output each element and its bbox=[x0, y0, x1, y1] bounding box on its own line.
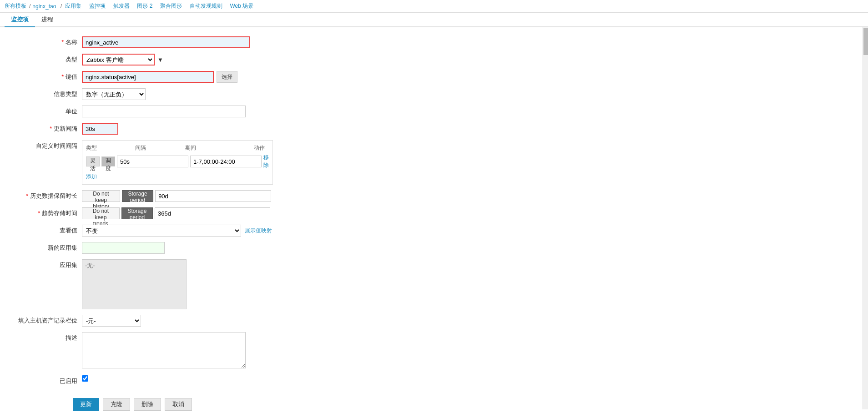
interval-value-input[interactable] bbox=[117, 156, 188, 167]
appset-label: 应用集 bbox=[9, 259, 82, 269]
info-type-control: 数字（无正负） bbox=[82, 88, 264, 100]
trends-row: 趋势存储时间 Do not keep trends Storage period bbox=[0, 207, 868, 219]
name-row: 名称 bbox=[0, 36, 868, 48]
update-button[interactable]: 更新 bbox=[73, 398, 99, 411]
type-dropdown-icon: ▼ bbox=[157, 56, 163, 63]
type-row: 类型 Zabbix 客户端 ▼ bbox=[0, 54, 868, 65]
col-type: 类型 bbox=[86, 144, 103, 152]
update-interval-row: 更新间隔 bbox=[0, 123, 868, 135]
main-form: 名称 类型 Zabbix 客户端 ▼ 键值 选择 信息类型 数字（无正负） bbox=[0, 27, 868, 413]
unit-control bbox=[82, 106, 264, 117]
btn-no-keep-history[interactable]: Do not keep history bbox=[82, 190, 120, 202]
lookup-select[interactable]: 不变 bbox=[82, 225, 241, 237]
new-appset-row: 新的应用集 bbox=[0, 242, 868, 254]
name-input[interactable] bbox=[82, 36, 250, 48]
desc-textarea[interactable] bbox=[82, 332, 246, 368]
enabled-control bbox=[82, 375, 88, 383]
history-value-input[interactable] bbox=[155, 190, 271, 202]
enabled-row: 已启用 bbox=[0, 375, 868, 385]
tab-process[interactable]: 进程 bbox=[35, 13, 60, 27]
trends-control: Do not keep trends Storage period bbox=[82, 207, 270, 219]
interval-header: 类型 间隔 期间 动作 bbox=[86, 144, 269, 152]
type-control: Zabbix 客户端 ▼ bbox=[82, 54, 264, 65]
nav-auto-discover[interactable]: 自动发现规则 bbox=[190, 2, 222, 10]
nav-agg-graph[interactable]: 聚合图形 bbox=[160, 2, 182, 10]
appset-item-none[interactable]: -无- bbox=[83, 261, 185, 271]
tab-navigation: 监控项 进程 bbox=[0, 13, 868, 27]
history-row: 历史数据保留时长 Do not keep history Storage per… bbox=[0, 190, 868, 202]
host-asset-control: -元- bbox=[82, 315, 141, 327]
lookup-row: 查看值 不变 展示值映射 bbox=[0, 225, 868, 237]
trends-value-input[interactable] bbox=[155, 207, 270, 219]
nav-monitor[interactable]: 监控项 bbox=[89, 2, 106, 10]
breadcrumb-all-templates[interactable]: 所有模板 bbox=[5, 2, 26, 10]
unit-input[interactable] bbox=[82, 106, 246, 117]
desc-control bbox=[82, 332, 246, 370]
lookup-label: 查看值 bbox=[9, 225, 82, 235]
type-select[interactable]: Zabbix 客户端 bbox=[82, 54, 155, 65]
delete-button[interactable]: 删除 bbox=[134, 398, 161, 411]
action-buttons: 更新 克隆 删除 取消 bbox=[0, 391, 868, 413]
appset-list: -无- bbox=[82, 259, 187, 309]
host-asset-row: 填入主机资产记录栏位 -元- bbox=[0, 315, 868, 327]
appset-row: 应用集 -无- bbox=[0, 259, 868, 309]
btn-flexible[interactable]: 灵活 bbox=[86, 156, 100, 166]
key-row: 键值 选择 bbox=[0, 71, 868, 83]
desc-label: 描述 bbox=[9, 332, 82, 342]
new-appset-input[interactable] bbox=[82, 242, 165, 254]
breadcrumb: 所有模板 / nginx_tao / 应用集 监控项 触发器 图形 2 聚合图形… bbox=[0, 0, 868, 13]
clone-button[interactable]: 克隆 bbox=[103, 398, 130, 411]
update-interval-input[interactable] bbox=[82, 123, 118, 135]
enabled-checkbox[interactable] bbox=[82, 375, 88, 382]
btn-storage-period-history[interactable]: Storage period bbox=[122, 190, 153, 202]
enabled-label: 已启用 bbox=[9, 375, 82, 385]
name-control bbox=[82, 36, 264, 48]
tab-monitor-item[interactable]: 监控项 bbox=[5, 13, 35, 27]
update-interval-label: 更新间隔 bbox=[9, 123, 82, 133]
key-label: 键值 bbox=[9, 71, 82, 81]
unit-label: 单位 bbox=[9, 106, 82, 116]
nav-trigger[interactable]: 触发器 bbox=[113, 2, 130, 10]
show-mapping-link[interactable]: 展示值映射 bbox=[245, 227, 272, 235]
scrollbar-thumb[interactable] bbox=[863, 28, 868, 55]
btn-schedule[interactable]: 调度 bbox=[101, 156, 115, 166]
cancel-button[interactable]: 取消 bbox=[165, 398, 192, 411]
nav-graph[interactable]: 图形 2 bbox=[137, 2, 152, 10]
remove-interval-link[interactable]: 移除 bbox=[263, 154, 269, 169]
btn-storage-period-trends[interactable]: Storage period bbox=[121, 207, 153, 219]
key-input[interactable] bbox=[82, 71, 214, 83]
new-appset-label: 新的应用集 bbox=[9, 242, 82, 252]
custom-interval-control: 类型 间隔 期间 动作 灵活 调度 移除 添加 bbox=[82, 140, 273, 185]
desc-row: 描述 bbox=[0, 332, 868, 370]
interval-data-row: 灵活 调度 移除 bbox=[86, 154, 269, 169]
nav-web[interactable]: Web 场景 bbox=[230, 2, 253, 10]
breadcrumb-sep2: / bbox=[59, 3, 63, 10]
breadcrumb-nginx-tao[interactable]: nginx_tao bbox=[32, 3, 56, 10]
col-period: 期间 bbox=[185, 144, 217, 152]
period-value-input[interactable] bbox=[190, 156, 262, 167]
info-type-select[interactable]: 数字（无正负） bbox=[82, 88, 146, 100]
type-label: 类型 bbox=[9, 54, 82, 64]
host-asset-label: 填入主机资产记录栏位 bbox=[9, 315, 82, 325]
custom-interval-table: 类型 间隔 期间 动作 灵活 调度 移除 添加 bbox=[82, 140, 273, 185]
custom-interval-label: 自定义时间间隔 bbox=[9, 140, 82, 150]
custom-interval-row: 自定义时间间隔 类型 间隔 期间 动作 灵活 调度 移除 添加 bbox=[0, 140, 868, 185]
scrollbar[interactable] bbox=[863, 27, 868, 409]
key-control: 选择 bbox=[82, 71, 264, 83]
nav-appset[interactable]: 应用集 bbox=[65, 2, 81, 10]
trends-label: 趋势存储时间 bbox=[9, 207, 82, 217]
host-asset-select[interactable]: -元- bbox=[82, 315, 141, 327]
btn-no-keep-trends[interactable]: Do not keep trends bbox=[82, 207, 120, 219]
info-type-row: 信息类型 数字（无正负） bbox=[0, 88, 868, 100]
unit-row: 单位 bbox=[0, 106, 868, 117]
col-interval: 间隔 bbox=[135, 144, 162, 152]
lookup-control: 不变 展示值映射 bbox=[82, 225, 272, 237]
col-action: 动作 bbox=[254, 144, 269, 152]
key-select-btn[interactable]: 选择 bbox=[217, 71, 237, 83]
history-label: 历史数据保留时长 bbox=[9, 190, 82, 200]
breadcrumb-sep1: / bbox=[29, 3, 30, 10]
name-label: 名称 bbox=[9, 36, 82, 46]
new-appset-control bbox=[82, 242, 165, 254]
add-interval-link[interactable]: 添加 bbox=[86, 173, 97, 181]
info-type-label: 信息类型 bbox=[9, 88, 82, 98]
